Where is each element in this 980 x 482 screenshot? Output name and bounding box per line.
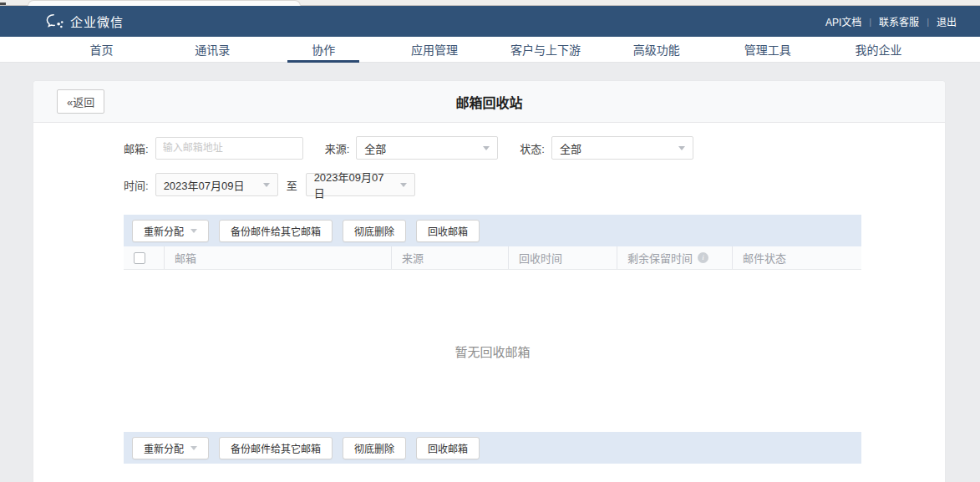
to-separator: 至 (287, 177, 297, 193)
separator: | (869, 17, 871, 27)
status-label: 状态: (520, 140, 545, 156)
date-from-value: 2023年07月09日 (164, 177, 245, 193)
info-icon[interactable]: i (698, 252, 708, 263)
reassign-label: 重新分配 (144, 441, 184, 455)
chevron-down-icon (400, 183, 407, 187)
nav-item-contacts[interactable]: 通讯录 (157, 37, 268, 62)
chevron-down-icon (263, 183, 270, 187)
nav-item-advanced[interactable]: 高级功能 (601, 37, 712, 62)
reassign-label: 重新分配 (144, 224, 184, 238)
column-recycle-time: 回收时间 (508, 246, 617, 269)
brand: 企业微信 (46, 13, 124, 30)
retention-label: 剩余保留时间 (627, 250, 693, 266)
column-mailbox: 邮箱 (164, 246, 391, 269)
separator: | (927, 17, 929, 27)
source-select[interactable]: 全部 (356, 136, 498, 160)
card-body: 邮箱: 来源: 全部 状态: 全部 时间: 2023年07月09日 至 2023… (33, 123, 945, 482)
backup-button[interactable]: 备份邮件给其它邮箱 (219, 437, 333, 459)
email-label: 邮箱: (124, 140, 149, 156)
date-from-select[interactable]: 2023年07月09日 (155, 173, 278, 196)
column-source: 来源 (391, 246, 508, 269)
status-select[interactable]: 全部 (551, 136, 693, 160)
nav-item-my-company[interactable]: 我的企业 (823, 37, 934, 62)
brand-label: 企业微信 (70, 13, 124, 30)
empty-text: 暂无回收邮箱 (454, 342, 530, 360)
source-label: 来源: (325, 140, 350, 156)
recycle-button[interactable]: 回收邮箱 (416, 220, 480, 242)
filter-row-1: 邮箱: 来源: 全部 状态: 全部 (124, 136, 861, 160)
nav-item-home[interactable]: 首页 (46, 37, 157, 62)
scrollbar-nub (0, 3, 6, 5)
back-button[interactable]: «返回 (57, 89, 104, 114)
recycle-button[interactable]: 回收邮箱 (416, 437, 480, 459)
email-input[interactable] (155, 137, 303, 160)
table-header: 邮箱 来源 回收时间 剩余保留时间 i 邮件状态 (124, 246, 861, 270)
topbar-links: API文档 | 联系客服 | 退出 (825, 14, 957, 28)
contact-support-link[interactable]: 联系客服 (879, 14, 919, 28)
wecom-logo-icon (46, 13, 64, 29)
main-nav: 首页 通讯录 协作 应用管理 客户与上下游 高级功能 管理工具 我的企业 (0, 37, 980, 63)
filter-row-2: 时间: 2023年07月09日 至 2023年09月07日 (124, 173, 861, 196)
reassign-button[interactable]: 重新分配 (132, 220, 209, 242)
nav-item-app-management[interactable]: 应用管理 (379, 37, 490, 62)
column-mail-status: 邮件状态 (732, 246, 861, 269)
chevron-down-icon (190, 229, 197, 233)
nav-item-admin-tools[interactable]: 管理工具 (712, 37, 823, 62)
select-all-cell (124, 246, 164, 269)
topbar: 企业微信 API文档 | 联系客服 | 退出 (0, 6, 980, 37)
card-header: «返回 邮箱回收站 (33, 81, 945, 123)
page-title: 邮箱回收站 (33, 92, 945, 112)
backup-button[interactable]: 备份邮件给其它邮箱 (219, 220, 333, 242)
empty-zone: 暂无回收邮箱 (124, 270, 861, 432)
delete-button[interactable]: 彻底删除 (343, 437, 406, 459)
column-retention: 剩余保留时间 i (617, 246, 732, 269)
chevron-down-icon (190, 446, 197, 450)
delete-button[interactable]: 彻底删除 (343, 220, 406, 242)
logout-link[interactable]: 退出 (937, 14, 957, 28)
date-to-value: 2023年09月07日 (314, 169, 392, 200)
reassign-button[interactable]: 重新分配 (132, 437, 209, 459)
toolbar-top: 重新分配 备份邮件给其它邮箱 彻底删除 回收邮箱 (124, 215, 861, 246)
status-select-value: 全部 (560, 140, 581, 156)
source-select-value: 全部 (364, 140, 386, 156)
scrollbar-thumb[interactable] (28, 0, 301, 6)
time-label: 时间: (124, 177, 149, 193)
toolbar-bottom: 重新分配 备份邮件给其它邮箱 彻底删除 回收邮箱 (124, 432, 861, 464)
chevron-down-icon (483, 146, 490, 150)
date-to-select[interactable]: 2023年09月07日 (306, 173, 415, 196)
nav-item-collaboration[interactable]: 协作 (268, 37, 379, 62)
top-scroll-strip (0, 0, 980, 6)
nav-item-customers[interactable]: 客户与上下游 (490, 37, 602, 62)
chevron-down-icon (678, 146, 685, 150)
api-doc-link[interactable]: API文档 (825, 14, 861, 28)
recycle-bin-card: «返回 邮箱回收站 邮箱: 来源: 全部 状态: 全部 时间: 2023年07月… (33, 81, 945, 482)
select-all-checkbox[interactable] (134, 252, 145, 264)
